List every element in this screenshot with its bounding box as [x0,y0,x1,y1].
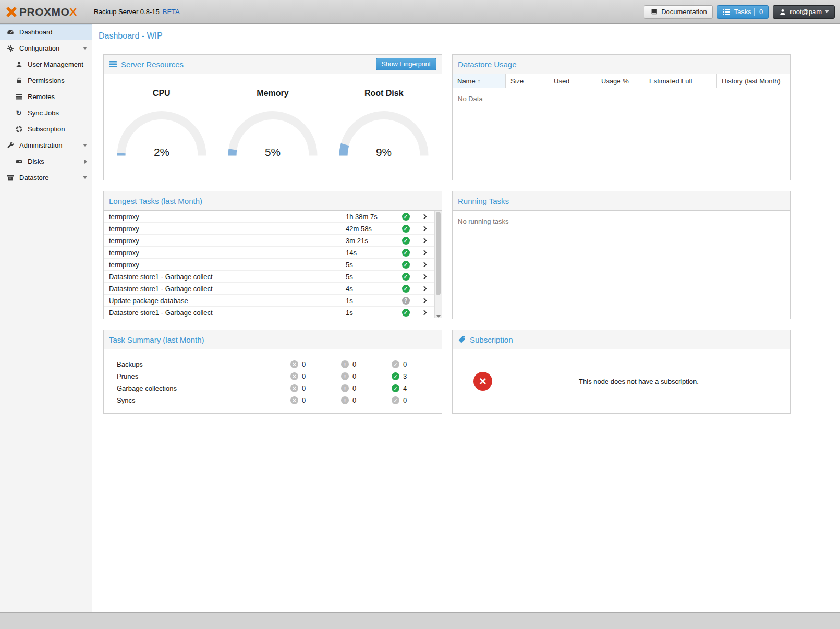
sidebar-item-dashboard[interactable]: Dashboard [0,24,92,40]
ok-count: 0 [403,396,407,404]
table-row[interactable]: Update package database 1s [104,295,434,307]
user-icon [15,61,23,68]
warning-count: 0 [352,384,356,392]
task-status-icon [402,213,410,221]
task-duration: 1h 38m 7s [346,213,398,221]
task-duration: 1s [346,297,398,305]
list-item: Garbage collections 0 0 4 [104,382,442,394]
list-item: Backups 0 0 0 [104,358,442,370]
sidebar-item-configuration[interactable]: Configuration [0,40,92,56]
user-label: root@pam [790,8,822,16]
expand-caret-icon [84,160,87,164]
archive-icon [6,174,15,182]
open-task-chevron-icon[interactable] [421,238,427,243]
sidebar-item-datastore[interactable]: Datastore [0,170,92,186]
sidebar-item-sync-jobs[interactable]: ↻ Sync Jobs [0,105,92,121]
task-duration: 1s [346,309,398,317]
task-duration: 5s [346,273,398,281]
error-count: 0 [302,372,306,380]
tachometer-icon [6,29,15,36]
sidebar-item-label: Subscription [28,125,65,133]
sidebar-item-label: Disks [28,158,44,165]
open-task-chevron-icon[interactable] [421,298,427,303]
vertical-scrollbar[interactable] [434,211,442,318]
sidebar-item-remotes[interactable]: Remotes [0,89,92,105]
ok-count-icon [392,372,399,380]
task-name: termproxy [109,225,346,233]
beta-link[interactable]: BETA [163,8,180,16]
hdd-icon [15,158,23,165]
open-task-chevron-icon[interactable] [421,262,427,267]
open-task-chevron-icon[interactable] [421,310,427,315]
task-name: Datastore store1 - Garbage collect [109,309,346,317]
warning-count-icon [341,396,349,404]
longest-tasks-list: termproxy 1h 38m 7s termproxy 42m 58s [104,211,442,318]
open-task-chevron-icon[interactable] [421,226,427,231]
summary-row-label: Backups [117,360,290,368]
task-duration: 3m 21s [346,237,398,245]
gauge-label: Root Disk [364,89,404,98]
panel-title: Server Resources [121,60,184,69]
sidebar-item-label: Sync Jobs [28,109,59,117]
open-task-chevron-icon[interactable] [421,250,427,255]
column-header-used[interactable]: Used [549,74,596,88]
table-row[interactable]: termproxy 3m 21s [104,235,434,247]
table-row[interactable]: Datastore store1 - Garbage collect 1s [104,307,434,318]
resource-gauges: CPU 2% Memory 5 [104,74,442,161]
table-row[interactable]: termproxy 5s [104,259,434,271]
table-row[interactable]: termproxy 1h 38m 7s [104,211,434,223]
tasks-button[interactable]: Tasks 0 [717,5,769,19]
open-task-chevron-icon[interactable] [421,214,427,219]
running-tasks-panel: Running Tasks No running tasks [452,191,791,319]
scrollbar-thumb[interactable] [436,212,441,295]
no-subscription-icon: × [473,372,492,391]
unlock-icon [15,77,23,84]
column-header-size[interactable]: Size [506,74,549,88]
sidebar-item-user-management[interactable]: User Management [0,56,92,72]
tasks-label: Tasks [734,8,751,16]
open-task-chevron-icon[interactable] [421,274,427,279]
sidebar: Dashboard Configuration User Management … [0,24,92,612]
show-fingerprint-button[interactable]: Show Fingerprint [376,58,437,70]
sidebar-item-label: Remotes [28,93,55,101]
panel-title: Running Tasks [458,197,509,205]
sidebar-item-subscription[interactable]: Subscription [0,121,92,137]
ok-count-icon [392,360,399,368]
user-menu-button[interactable]: root@pam [773,5,835,19]
error-count-icon [290,384,298,392]
chevron-down-icon [825,10,829,13]
column-header-estimated-full[interactable]: Estimated Full [644,74,717,88]
warning-count-icon [341,384,349,392]
documentation-button[interactable]: Documentation [644,5,712,19]
memory-gauge: Memory 5% [220,89,326,161]
sidebar-item-label: User Management [28,61,83,68]
table-row[interactable]: Datastore store1 - Garbage collect 4s [104,283,434,295]
documentation-label: Documentation [661,8,707,16]
open-task-chevron-icon[interactable] [421,286,427,291]
subscription-message: This node does not have a subscription. [492,378,785,385]
list-item: Syncs 0 0 0 [104,394,442,406]
task-status-icon [402,261,410,269]
empty-state-text: No running tasks [453,211,790,232]
header: PROXMOX Backup Server 0.8-15 BETA Docume… [0,0,840,24]
sidebar-item-permissions[interactable]: Permissions [0,72,92,89]
sidebar-item-administration[interactable]: Administration [0,137,92,153]
column-header-history[interactable]: History (last Month) [717,74,790,88]
ok-count: 4 [403,384,407,392]
task-status-icon [402,297,410,305]
task-summary-body: Backups 0 0 0 Prunes 0 0 3 Garbage c [104,349,442,415]
subscription-body: × This node does not have a subscription… [453,349,790,413]
column-header-usage[interactable]: Usage % [596,74,644,88]
left-column: Server Resources Show Fingerprint CPU 2% [103,54,442,414]
triangle-down-icon [436,315,441,318]
table-row[interactable]: Datastore store1 - Garbage collect 5s [104,271,434,283]
version-text: Backup Server 0.8-15 [94,8,160,16]
scrollbar-down-button[interactable] [435,315,442,318]
column-header-name[interactable]: Name ↑ [453,74,506,88]
table-row[interactable]: termproxy 14s [104,247,434,259]
sidebar-item-label: Datastore [19,174,48,182]
main-content: Dashboard - WIP Server Resources Show Fi… [92,24,840,612]
table-row[interactable]: termproxy 42m 58s [104,223,434,235]
collapse-caret-icon [83,176,87,179]
sidebar-item-disks[interactable]: Disks [0,153,92,170]
